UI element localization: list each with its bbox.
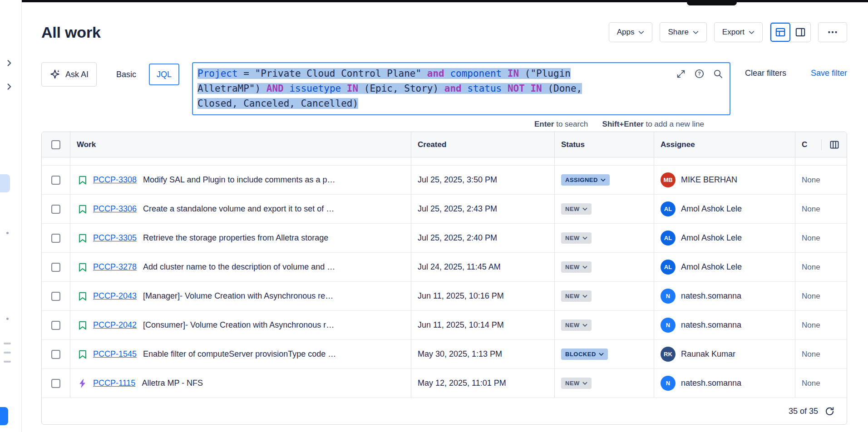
ask-ai-button[interactable]: Ask AI	[41, 62, 97, 87]
assignee-cell: ALAmol Ashok Lele	[654, 195, 795, 223]
row-checkbox[interactable]	[51, 263, 60, 272]
issue-summary[interactable]: [Manager]- Volume Creation with Asynchro…	[143, 291, 333, 301]
work-cell: PCCP-3306Create a standalone volume and …	[70, 195, 411, 223]
extra-cell: None	[795, 311, 847, 339]
assignee-cell: ALAmol Ashok Lele	[654, 253, 795, 281]
status-cell: NEW	[555, 311, 654, 339]
detail-view-button[interactable]	[790, 23, 810, 42]
story-icon	[77, 290, 89, 302]
basic-mode-button[interactable]: Basic	[110, 62, 143, 87]
ask-ai-label: Ask AI	[65, 70, 89, 79]
issue-summary[interactable]: Alletra MP - NFS	[142, 378, 203, 388]
extra-cell: None	[795, 253, 847, 281]
avatar: AL	[661, 201, 676, 216]
sidebar-item-mark	[4, 343, 11, 344]
status-badge[interactable]: BLOCKED	[561, 349, 608, 360]
jql-input-icons: ?	[676, 69, 723, 79]
status-badge[interactable]: ASSIGNED	[561, 174, 610, 186]
jql-query-text: Project = "Private Cloud Control Plane" …	[197, 66, 666, 111]
sidebar-item-mark	[4, 361, 11, 363]
row-select-cell	[42, 369, 70, 398]
issue-key-link[interactable]: PCCP-2043	[93, 291, 137, 301]
issue-key-link[interactable]: PCCP-3278	[93, 262, 137, 272]
shift-enter-key-hint: Shift+Enter	[602, 120, 644, 128]
table-row: PCCP-3306Create a standalone volume and …	[42, 195, 847, 224]
created-cell: Jul 25, 2025, 2:43 PM	[411, 195, 555, 223]
all-work-page: All work Apps Share Export	[22, 0, 868, 432]
status-badge[interactable]: NEW	[561, 319, 592, 331]
row-checkbox[interactable]	[51, 205, 60, 214]
issue-key-link[interactable]: PCCP-3308	[93, 175, 137, 185]
refresh-button[interactable]	[824, 406, 835, 417]
col-header-assignee[interactable]: Assignee	[654, 132, 795, 157]
status-badge[interactable]: NEW	[561, 261, 592, 273]
status-badge[interactable]: NEW	[561, 203, 592, 215]
col-header-status[interactable]: Status	[555, 132, 654, 157]
issue-summary[interactable]: Enable filter of computeServer provision…	[143, 349, 336, 359]
col-header-created[interactable]: Created	[411, 132, 555, 157]
jql-query-input[interactable]: Project = "Private Cloud Control Plane" …	[192, 62, 730, 115]
row-checkbox[interactable]	[51, 379, 60, 388]
assignee-name: Raunak Kumar	[681, 349, 735, 359]
row-checkbox[interactable]	[51, 234, 60, 243]
status-badge[interactable]: NEW	[561, 290, 592, 302]
work-cell: PCCP-2043[Manager]- Volume Creation with…	[70, 282, 411, 310]
filter-bar: Ask AI Basic JQL Project = "Private Clou…	[41, 62, 847, 115]
expand-icon[interactable]	[676, 69, 686, 79]
columns-settings-button[interactable]	[821, 139, 847, 150]
table-view-button[interactable]	[770, 23, 790, 42]
export-button[interactable]: Export	[714, 22, 763, 42]
work-cell: PCCP-1115Alletra MP - NFS	[70, 369, 411, 398]
epic-icon	[77, 378, 89, 389]
row-checkbox[interactable]	[51, 176, 60, 185]
save-filter-button[interactable]: Save filter	[811, 69, 847, 78]
sidebar-active-item[interactable]	[0, 174, 10, 192]
issue-summary[interactable]: Retrieve the storage properties from All…	[143, 233, 328, 243]
apps-button[interactable]: Apps	[609, 22, 653, 42]
status-badge[interactable]: NEW	[561, 378, 592, 389]
story-icon	[77, 319, 89, 331]
issue-key-link[interactable]: PCCP-3305	[93, 233, 137, 243]
story-icon	[77, 232, 89, 244]
issue-summary[interactable]: Modify SAL and Plugin to include comment…	[143, 175, 335, 185]
select-all-cell	[42, 132, 70, 157]
help-icon[interactable]: ?	[694, 69, 705, 79]
clear-filters-button[interactable]: Clear filters	[745, 69, 786, 78]
page-header: All work Apps Share Export	[41, 22, 847, 43]
row-checkbox[interactable]	[51, 321, 60, 330]
table-row: PCCP-2043[Manager]- Volume Creation with…	[42, 282, 847, 311]
avatar: N	[661, 289, 676, 304]
issue-key-link[interactable]: PCCP-2042	[93, 320, 137, 330]
share-button[interactable]: Share	[660, 22, 706, 42]
issue-summary[interactable]: Add cluster name to the description of v…	[143, 262, 335, 272]
table-row: PCCP-1115Alletra MP - NFSMay 12, 2025, 1…	[42, 369, 847, 398]
issue-summary[interactable]: Create a standalone volume and export it…	[143, 204, 334, 214]
jql-mode-button[interactable]: JQL	[149, 64, 179, 85]
issue-key-link[interactable]: PCCP-3306	[93, 204, 137, 214]
col-header-work[interactable]: Work	[70, 132, 411, 157]
issue-key-link[interactable]: PCCP-1545	[93, 349, 137, 359]
issue-summary[interactable]: [Consumer]- Volume Creation with Asynchr…	[143, 320, 334, 330]
sidebar-expand-icon[interactable]	[5, 83, 14, 91]
more-button[interactable]	[818, 22, 847, 42]
sidebar-expand-icon[interactable]	[5, 59, 14, 67]
chevron-down-icon	[582, 207, 587, 211]
row-checkbox[interactable]	[51, 292, 60, 301]
issue-key-link[interactable]: PCCP-1115	[93, 378, 135, 388]
table-row: PCCP-3308Modify SAL and Plugin to includ…	[42, 166, 847, 195]
sidebar-item-mark	[4, 352, 11, 353]
assignee-cell: Nnatesh.somanna	[654, 311, 795, 339]
col-header-extra[interactable]: C	[795, 140, 821, 149]
columns-settings-icon	[829, 139, 840, 150]
col-header-extra-wrap: C	[795, 132, 847, 157]
row-select-cell	[42, 282, 70, 310]
collapsed-sidebar	[0, 0, 22, 432]
search-icon[interactable]	[713, 69, 723, 79]
row-select-cell	[42, 224, 70, 252]
status-badge[interactable]: NEW	[561, 232, 592, 244]
created-cell: Jun 11, 2025, 10:14 PM	[411, 311, 555, 339]
row-select-cell	[42, 340, 70, 368]
row-checkbox[interactable]	[51, 350, 60, 359]
select-all-checkbox[interactable]	[51, 140, 60, 149]
assignee-cell: ALAmol Ashok Lele	[654, 224, 795, 252]
